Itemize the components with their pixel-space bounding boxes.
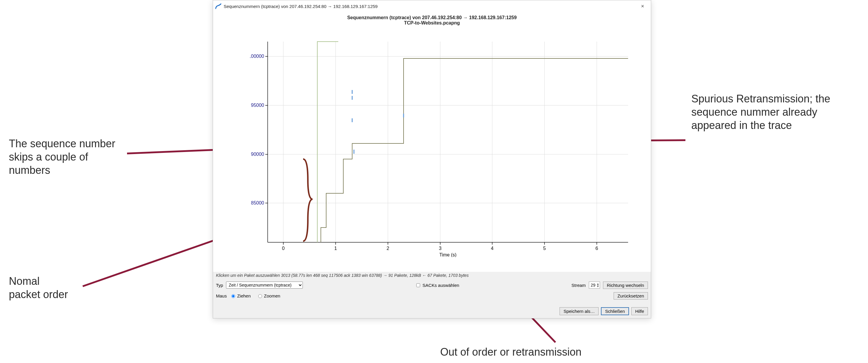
stream-spinner[interactable]: 29 ▲▼ xyxy=(589,282,600,289)
zoomen-radio[interactable]: Zoomen xyxy=(257,293,280,298)
bracket xyxy=(303,159,313,241)
series-win xyxy=(317,42,338,242)
gridlines xyxy=(268,42,628,242)
ziehen-radio[interactable]: Ziehen xyxy=(230,293,251,298)
svg-text:5: 5 xyxy=(543,246,546,251)
svg-text:1: 1 xyxy=(335,246,337,251)
wireshark-window: Sequenznummern (tcptrace) von 207.46.192… xyxy=(213,0,651,319)
annotation-ooo: Out of order or retransmission xyxy=(440,345,647,359)
svg-text:2: 2 xyxy=(387,246,390,251)
status-bar: Klicken um ein Paket auszuwählen 3013 (5… xyxy=(213,272,651,279)
svg-text:4: 4 xyxy=(491,246,494,251)
svg-text:90000: 90000 xyxy=(251,152,265,157)
svg-text:0: 0 xyxy=(282,246,285,251)
series-main xyxy=(321,59,628,242)
zuruck-button[interactable]: Zurücksetzen xyxy=(614,292,648,300)
sacks-checkbox[interactable]: SACKs auswählen xyxy=(415,283,459,288)
x-tick-labels: 0 1 2 3 4 5 6 xyxy=(282,246,598,251)
typ-select[interactable]: Zeit / Sequenznummern (tcptrace) xyxy=(226,282,303,289)
chart-subtitle: TCP-to-Websites.pcapng xyxy=(213,20,651,26)
chart-area: Sequenznummern (tcptrace) von 207.46.192… xyxy=(213,15,651,272)
maus-label: Maus xyxy=(216,293,227,298)
series-dup xyxy=(352,90,404,154)
stream-label: Stream xyxy=(571,283,586,288)
svg-text:3: 3 xyxy=(439,246,442,251)
svg-text:100000: 100000 xyxy=(250,54,264,59)
window-title: Sequenznummern (tcptrace) von 207.46.192… xyxy=(224,4,637,9)
annotation-spurious: Spurious Retransmission; the sequence nu… xyxy=(691,92,854,132)
wireshark-icon xyxy=(215,3,221,9)
hilfe-button[interactable]: Hilfe xyxy=(631,307,648,315)
typ-label: Typ xyxy=(216,283,223,288)
chart-plot[interactable]: 85000 90000 95000 100000 0 1 2 3 4 5 6 T… xyxy=(250,39,634,257)
x-axis-label: Time (s) xyxy=(439,252,457,257)
axes xyxy=(268,42,628,242)
ticks xyxy=(265,56,597,245)
titlebar: Sequenznummern (tcptrace) von 207.46.192… xyxy=(213,0,651,12)
speichern-button[interactable]: Speichern als… xyxy=(560,307,598,315)
svg-text:95000: 95000 xyxy=(251,103,265,108)
richtung-button[interactable]: Richtung wechseln xyxy=(603,282,648,289)
annotation-normal: Nomal packet order xyxy=(9,274,97,301)
dialog-buttons: Speichern als… Schließen Hilfe xyxy=(213,305,651,318)
schliessen-button[interactable]: Schließen xyxy=(601,307,629,315)
svg-text:6: 6 xyxy=(596,246,598,251)
controls-panel: Typ Zeit / Sequenznummern (tcptrace) SAC… xyxy=(213,279,651,305)
svg-text:85000: 85000 xyxy=(251,200,265,205)
close-button[interactable]: × xyxy=(637,0,649,12)
annotation-skip: The sequence number skips a couple of nu… xyxy=(9,137,127,177)
y-tick-labels: 85000 90000 95000 100000 xyxy=(250,54,264,205)
chart-title: Sequenznummern (tcptrace) von 207.46.192… xyxy=(213,15,651,20)
